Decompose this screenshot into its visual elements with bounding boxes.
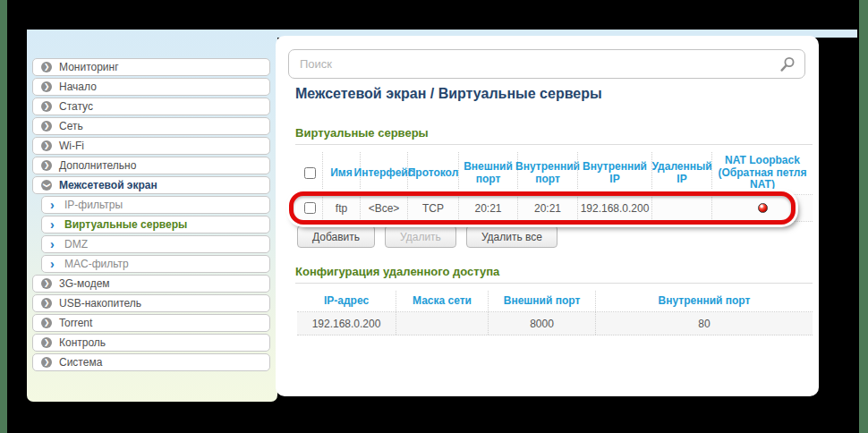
sidebar-item-label: Контроль bbox=[59, 336, 106, 349]
sidebar-item-ip-filters[interactable]: › IP-фильтры bbox=[41, 196, 270, 214]
right-green-edge bbox=[859, 0, 868, 433]
select-all-cell bbox=[297, 152, 322, 194]
left-green-edge bbox=[0, 0, 7, 433]
chevron-circle-icon: ❯ bbox=[41, 101, 52, 112]
column-header-protocol: Протокол bbox=[407, 152, 458, 194]
sidebar-item-label: Начало bbox=[59, 81, 97, 93]
chevron-right-icon: › bbox=[50, 239, 57, 250]
sidebar-item-3g-modem[interactable]: ❯ 3G-модем bbox=[32, 275, 270, 293]
chevron-right-icon: › bbox=[50, 259, 57, 269]
chevron-right-icon: › bbox=[50, 219, 57, 230]
cell-mask bbox=[396, 312, 488, 335]
cell-interface: <Все> bbox=[360, 195, 407, 221]
sidebar-item-label: Сеть bbox=[59, 120, 83, 132]
row-select-cell bbox=[297, 195, 322, 221]
column-header-remote-ip: Удаленный IP bbox=[651, 152, 711, 194]
cell-ip: 192.168.0.200 bbox=[297, 312, 396, 335]
virtual-servers-table: Имя Интерфейс Протокол Внешний порт Внут… bbox=[297, 152, 813, 222]
column-header-interface: Интерфейс bbox=[360, 152, 407, 194]
sidebar-item-label: MAC-фильтр bbox=[64, 258, 129, 270]
sidebar: ❯ Мониторинг ❯ Начало ❯ Статус ❯ Сеть ❯ … bbox=[27, 30, 277, 402]
chevron-circle-icon: ❯ bbox=[41, 160, 52, 171]
delete-button[interactable]: Удалить bbox=[385, 225, 456, 248]
column-header-internal-port: Внутренний порт bbox=[517, 152, 577, 194]
sidebar-item-monitoring[interactable]: ❯ Мониторинг bbox=[32, 58, 270, 76]
search-input[interactable] bbox=[289, 50, 769, 78]
sidebar-item-system[interactable]: ❯ Система bbox=[32, 353, 270, 371]
page-title: Межсетевой экран / Виртуальные серверы bbox=[295, 86, 602, 102]
chevron-circle-icon: ❯ bbox=[41, 298, 52, 309]
cell-external-port: 20:21 bbox=[458, 195, 517, 221]
sidebar-item-advanced[interactable]: ❯ Дополнительно bbox=[32, 157, 270, 174]
remote-access-section-title: Конфигурация удаленного доступа bbox=[295, 265, 499, 278]
table-header-row: Имя Интерфейс Протокол Внешний порт Внут… bbox=[297, 152, 813, 195]
search-icon[interactable] bbox=[779, 56, 796, 73]
sidebar-item-label: Система bbox=[59, 356, 102, 369]
virtual-server-row[interactable]: ftp <Все> TCP 20:21 20:21 192.168.0.200 bbox=[297, 195, 813, 222]
sidebar-item-mac-filter[interactable]: › MAC-фильтр bbox=[41, 255, 270, 273]
sidebar-item-network[interactable]: ❯ Сеть bbox=[32, 117, 270, 135]
chevron-circle-icon: ❯ bbox=[41, 62, 52, 72]
table-header-row: IP-адрес Маска сети Внешний порт Внутрен… bbox=[297, 291, 813, 312]
sidebar-item-label: Статус bbox=[59, 100, 93, 113]
chevron-circle-icon: ❯ bbox=[41, 318, 52, 328]
main-panel: Межсетевой экран / Виртуальные серверы В… bbox=[276, 36, 819, 396]
sidebar-item-control[interactable]: ❯ Контроль bbox=[32, 334, 270, 352]
sidebar-item-label: USB-накопитель bbox=[59, 297, 141, 310]
column-header-external-port: Внешний порт bbox=[458, 152, 517, 194]
cell-nat-loopback bbox=[711, 195, 813, 221]
column-header-mask: Маска сети bbox=[396, 291, 488, 311]
sidebar-item-label: Межсетевой экран bbox=[59, 179, 157, 191]
sidebar-item-label: Torrent bbox=[59, 317, 92, 329]
chevron-circle-icon: ❯ bbox=[41, 337, 52, 348]
cell-internal-port: 20:21 bbox=[517, 195, 577, 221]
sidebar-item-virtual-servers[interactable]: › Виртуальные серверы bbox=[41, 216, 270, 233]
sidebar-item-label: 3G-модем bbox=[59, 277, 110, 290]
sidebar-item-status[interactable]: ❯ Статус bbox=[32, 98, 270, 115]
column-header-internal-ip: Внутренний IP bbox=[577, 152, 651, 194]
table-actions: Добавить Удалить Удалить все bbox=[297, 225, 557, 248]
cell-name: ftp bbox=[322, 195, 360, 221]
sidebar-item-torrent[interactable]: ❯ Torrent bbox=[32, 314, 270, 332]
cell-remote-ip bbox=[651, 195, 711, 221]
nat-loopback-red-led-icon bbox=[758, 203, 768, 213]
remote-access-row[interactable]: 192.168.0.200 8000 80 bbox=[297, 312, 813, 335]
add-button[interactable]: Добавить bbox=[297, 225, 375, 248]
sidebar-item-label: DMZ bbox=[64, 238, 88, 250]
chevron-circle-icon: ❯ bbox=[41, 81, 52, 92]
sidebar-item-usb-storage[interactable]: ❯ USB-накопитель bbox=[32, 294, 270, 312]
sidebar-item-dmz[interactable]: › DMZ bbox=[41, 235, 270, 253]
sidebar-item-start[interactable]: ❯ Начало bbox=[32, 78, 270, 96]
delete-all-button[interactable]: Удалить все bbox=[466, 225, 557, 248]
chevron-circle-down-icon: ❯ bbox=[41, 180, 52, 191]
column-header-ip: IP-адрес bbox=[297, 291, 396, 311]
sidebar-item-wifi[interactable]: ❯ Wi-Fi bbox=[32, 137, 270, 155]
sidebar-item-label: Дополнительно bbox=[59, 159, 136, 172]
cell-internal-port: 80 bbox=[595, 312, 813, 335]
column-header-nat-loopback: NAT Loopback (Обратная петля NAT) bbox=[711, 152, 813, 194]
chevron-right-icon: › bbox=[50, 200, 57, 210]
column-header-external-port: Внешний порт bbox=[488, 291, 595, 311]
chevron-circle-icon: ❯ bbox=[41, 121, 52, 132]
cell-protocol: TCP bbox=[407, 195, 458, 221]
chevron-circle-icon: ❯ bbox=[41, 278, 52, 289]
sidebar-item-label: Виртуальные серверы bbox=[64, 218, 187, 231]
virtual-servers-section-title: Виртуальные серверы bbox=[295, 126, 429, 140]
sidebar-item-label: IP-фильтры bbox=[64, 199, 123, 211]
cell-internal-ip: 192.168.0.200 bbox=[577, 195, 651, 221]
sidebar-item-label: Wi-Fi bbox=[59, 140, 84, 152]
search-box bbox=[288, 49, 805, 79]
sidebar-nav-list: ❯ Мониторинг ❯ Начало ❯ Статус ❯ Сеть ❯ … bbox=[27, 58, 277, 373]
cell-external-port: 8000 bbox=[488, 312, 595, 335]
select-all-checkbox[interactable] bbox=[304, 167, 316, 179]
section-divider bbox=[295, 144, 813, 145]
sidebar-item-label: Мониторинг bbox=[59, 61, 119, 73]
column-header-internal-port: Внутренний порт bbox=[595, 291, 813, 311]
section-divider bbox=[295, 283, 813, 284]
row-checkbox[interactable] bbox=[304, 202, 316, 214]
remote-access-table: IP-адрес Маска сети Внешний порт Внутрен… bbox=[297, 291, 813, 335]
chevron-circle-icon: ❯ bbox=[41, 357, 52, 368]
chevron-circle-icon: ❯ bbox=[41, 140, 52, 151]
sidebar-item-firewall[interactable]: ❯ Межсетевой экран bbox=[32, 176, 270, 194]
